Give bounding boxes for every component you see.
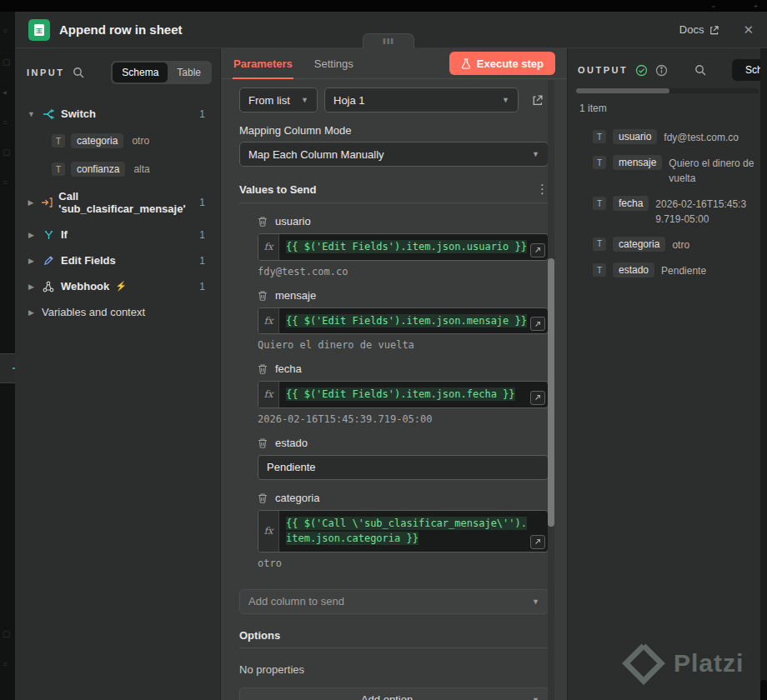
chevron-down-icon: ⌄ — [710, 1, 717, 9]
expand-expression-icon[interactable] — [530, 317, 545, 331]
input-node-call[interactable]: ▶ Call 'sub_clasificar_mensaje' 1 — [22, 183, 213, 222]
rail-icon: ▢ — [3, 148, 10, 157]
input-node-webhook[interactable]: ▶ Webhook ⚡ 1 — [22, 273, 213, 299]
expression-input-usuario[interactable]: fx {{ $('Edit Fields').item.json.usuario… — [258, 233, 549, 261]
flask-icon — [461, 58, 471, 69]
trash-icon[interactable] — [258, 290, 268, 301]
expression-code: {{ $('Call \'sub_clasificar_mensaje\'').… — [286, 517, 527, 546]
input-variables-and-context[interactable]: ▶ Variables and context — [22, 299, 213, 325]
string-type-icon: T — [52, 162, 65, 176]
input-panel-title: INPUT — [27, 68, 65, 78]
item-count-badge: 1 — [199, 108, 208, 120]
execute-step-button[interactable]: Execute step — [449, 52, 555, 75]
schema-field-categoria[interactable]: T categoria otro — [22, 127, 213, 155]
expand-expression-icon[interactable] — [530, 391, 545, 405]
search-icon[interactable] — [694, 64, 706, 76]
expression-result: fdy@test.com.co — [258, 266, 549, 278]
tab-table[interactable]: Table — [168, 62, 210, 82]
trash-icon[interactable] — [258, 363, 268, 374]
node-label: Switch — [61, 108, 96, 120]
expression-input-mensaje[interactable]: fx {{ $('Edit Fields').item.json.mensaje… — [258, 308, 549, 335]
output-row-mensaje[interactable]: T mensaje Quiero el dinero de vuelta — [593, 155, 762, 186]
add-column-select[interactable]: Add column to send ▼ — [239, 589, 549, 614]
docs-label: Docs — [679, 23, 704, 36]
node-detail-view: ⌄ ＋ ○ ▢ ◂ ○ ▢ ○ ▢ ○ Append row in sheet … — [0, 0, 767, 700]
window-scrollbar-thumb[interactable] — [760, 680, 767, 700]
output-row-fecha[interactable]: T fecha 2026-02-16T15:45:39.719-05:00 — [593, 196, 762, 227]
mapping-mode-select[interactable]: Map Each Column Manually ▼ — [239, 142, 549, 167]
node-label: Call 'sub_clasificar_mensaje' — [58, 190, 193, 215]
output-schema-rows: T usuario fdy@test.com.co T mensaje Quie… — [568, 114, 767, 279]
chevron-down-icon: ▼ — [301, 96, 308, 104]
chevron-down-icon[interactable]: ▼ — [27, 110, 36, 118]
tab-schema[interactable]: Schema — [113, 62, 168, 82]
rail-icon: ○ — [3, 27, 8, 35]
input-panel-header: INPUT Schema Table — [15, 48, 220, 91]
tab-settings[interactable]: Settings — [313, 49, 354, 78]
field-estado: estado — [258, 437, 549, 480]
string-type-icon: T — [52, 134, 65, 148]
expression-input-categoria[interactable]: fx {{ $('Call \'sub_clasificar_mensaje\'… — [258, 510, 549, 552]
input-schema-tree: ▼ Switch 1 T categoria otro T confianza … — [15, 91, 220, 325]
info-icon[interactable] — [655, 64, 668, 77]
schema-field-confianza[interactable]: T confianza alta — [22, 155, 213, 183]
fx-icon: fx — [258, 511, 279, 552]
input-node-if[interactable]: ▶ If 1 — [22, 222, 213, 248]
chevron-right-icon[interactable]: ▶ — [27, 282, 36, 291]
field-value: otro — [672, 237, 689, 252]
panel-collapse-icon[interactable]: ◂ — [3, 88, 7, 97]
node-label: Webhook — [61, 280, 109, 292]
output-row-usuario[interactable]: T usuario fdy@test.com.co — [593, 129, 762, 145]
field-value: alta — [133, 163, 149, 175]
chevron-right-icon[interactable]: ▶ — [27, 257, 36, 265]
node-label: If — [61, 228, 68, 241]
parameters-panel: Parameters Settings Execute step From li… — [221, 48, 567, 700]
open-sheet-external-icon[interactable] — [525, 88, 549, 112]
output-row-categoria[interactable]: T categoria otro — [593, 237, 762, 252]
expand-expression-icon[interactable] — [530, 243, 545, 258]
item-count-badge: 1 — [199, 281, 208, 292]
switch-node-icon — [42, 108, 55, 120]
input-node-switch[interactable]: ▼ Switch 1 — [22, 101, 213, 127]
field-key: confianza — [71, 162, 125, 177]
scrollbar-thumb[interactable] — [548, 258, 554, 527]
expression-input-fecha[interactable]: fx {{ $('Edit Fields').item.json.fecha }… — [258, 381, 549, 408]
expand-expression-icon[interactable] — [530, 535, 545, 549]
values-to-send-label: Values to Send — [239, 183, 316, 196]
chevron-down-icon: ▼ — [502, 96, 509, 104]
field-name: estado — [275, 437, 308, 449]
field-name: fecha — [275, 362, 302, 375]
kebab-menu-icon[interactable]: ⋮ — [536, 182, 549, 197]
expression-code: {{ $('Edit Fields').item.json.usuario }} — [286, 240, 527, 253]
field-value: fdy@test.com.co — [664, 129, 739, 145]
sheet-select[interactable]: Hoja 1 ▼ — [324, 88, 519, 112]
close-icon[interactable]: ✕ — [743, 22, 754, 38]
field-list: usuario fx {{ $('Edit Fields').item.json… — [258, 215, 549, 569]
chevron-right-icon[interactable]: ▶ — [27, 308, 36, 317]
chevron-right-icon[interactable]: ▶ — [27, 231, 36, 239]
input-node-edit-fields[interactable]: ▶ Edit Fields 1 — [22, 248, 213, 273]
trash-icon[interactable] — [258, 438, 268, 448]
add-option-select[interactable]: Add option ▼ — [239, 688, 549, 700]
edit-fields-icon — [42, 255, 55, 266]
estado-input[interactable] — [258, 455, 549, 480]
string-type-icon: T — [593, 263, 606, 277]
values-to-send-section: Values to Send ⋮ — [239, 182, 549, 197]
tab-parameters[interactable]: Parameters — [233, 49, 293, 78]
field-key: usuario — [613, 129, 657, 144]
document-row: From list ▼ Hoja 1 ▼ — [239, 88, 549, 112]
chevron-right-icon[interactable]: ▶ — [27, 198, 35, 207]
fx-icon: fx — [258, 382, 279, 408]
trash-icon[interactable] — [258, 216, 268, 227]
window-scrollbar-track[interactable] — [760, 48, 767, 700]
panel-drag-handle[interactable]: ‖‖‖ — [363, 33, 414, 49]
docs-link[interactable]: Docs — [679, 23, 719, 36]
chevron-down-icon: ▼ — [532, 696, 539, 700]
field-key: mensaje — [613, 155, 662, 170]
field-key: categoria — [71, 133, 123, 148]
search-icon[interactable] — [73, 67, 84, 78]
from-list-select[interactable]: From list ▼ — [239, 88, 318, 112]
trash-icon[interactable] — [258, 492, 268, 503]
output-row-estado[interactable]: T estado Pendiente — [593, 262, 762, 278]
parameters-body: From list ▼ Hoja 1 ▼ Mapping Column Mode… — [221, 79, 567, 700]
